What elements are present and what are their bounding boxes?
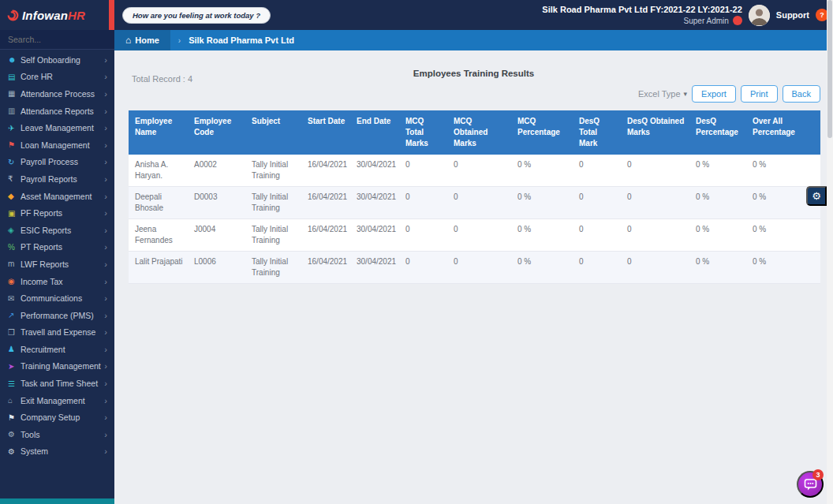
- chevron-right-icon: ›: [104, 55, 107, 65]
- table-cell: 0: [621, 155, 689, 187]
- column-header: Over All Percentage: [746, 110, 820, 155]
- chevron-right-icon: ›: [104, 157, 107, 166]
- table-cell: Tally Initial Training: [245, 252, 301, 284]
- sidebar-item-attendance-process[interactable]: ▦Attendance Process›: [0, 85, 114, 103]
- sidebar-item-label: Attendance Reports: [21, 106, 104, 116]
- sidebar-item-attendance-reports[interactable]: ▥Attendance Reports›: [0, 103, 114, 120]
- chevron-right-icon: ›: [104, 361, 107, 371]
- sidebar-item-esic-reports[interactable]: ◈ESIC Reports›: [0, 222, 114, 239]
- sidebar-item-pf-reports[interactable]: ▣PF Reports›: [0, 204, 114, 222]
- table-cell: 0: [573, 155, 621, 187]
- chat-fab[interactable]: 3: [797, 471, 824, 498]
- home-icon: ⌂: [8, 396, 21, 405]
- main-content: Total Record : 4 Employees Training Resu…: [114, 50, 833, 504]
- breadcrumb-home-link[interactable]: ⌂ Home: [114, 30, 170, 50]
- breadcrumb-current-page[interactable]: Silk Road Pharma Pvt Ltd: [189, 35, 294, 45]
- notification-badge-icon[interactable]: [733, 16, 742, 25]
- sidebar-item-core-hr[interactable]: ▤Core HR›: [0, 69, 114, 86]
- topbar: How are you feeling at work today ? Silk…: [114, 0, 833, 30]
- sidebar-item-self-onboarding[interactable]: ☻Self Onboarding›: [0, 51, 114, 69]
- sidebar-item-payroll-process[interactable]: ↻Payroll Process›: [0, 154, 114, 171]
- mood-question-button[interactable]: How are you feeling at work today ?: [122, 7, 271, 24]
- chevron-right-icon: ›: [104, 293, 107, 303]
- briefcase-icon: ▣: [8, 209, 21, 218]
- table-cell: 30/04/2021: [350, 187, 399, 219]
- sidebar-bottom-scrollbar[interactable]: [0, 498, 114, 504]
- sidebar-item-training-management[interactable]: ➤Training Management›: [0, 358, 114, 375]
- calendar-icon: ▥: [8, 106, 21, 115]
- chat-unread-badge: 3: [812, 469, 824, 480]
- sidebar-item-asset-management[interactable]: ◆Asset Management›: [0, 188, 114, 205]
- print-button[interactable]: Print: [741, 85, 778, 103]
- chevron-right-icon: ›: [104, 379, 107, 388]
- column-header: DesQ Total Mark: [573, 110, 621, 155]
- search-input[interactable]: [0, 30, 114, 50]
- app-window: InfowanHR ☻Self Onboarding›▤Core HR›▦Att…: [0, 0, 833, 504]
- column-header: Start Date: [301, 110, 350, 155]
- table-cell: Deepali Bhosale: [129, 187, 188, 219]
- support-label: Support: [776, 10, 809, 20]
- chevron-right-icon: ›: [104, 123, 107, 133]
- page-scrollbar[interactable]: [827, 0, 833, 504]
- export-button[interactable]: Export: [692, 85, 736, 103]
- table-cell: 0: [621, 187, 689, 219]
- sidebar-item-company-setup[interactable]: ⚑Company Setup›: [0, 409, 114, 426]
- table-cell: 0: [573, 252, 621, 284]
- sync-icon: ↻: [8, 158, 21, 166]
- diamond-icon: ◈: [8, 226, 21, 234]
- sidebar-item-label: Task and Time Sheet: [21, 379, 104, 388]
- column-header: DesQ Percentage: [689, 110, 746, 155]
- sidebar-item-leave-management[interactable]: ✈Leave Management›: [0, 119, 114, 136]
- sidebar-item-lwf-reports[interactable]: mLWF Reports›: [0, 256, 114, 273]
- chevron-right-icon: ›: [104, 259, 107, 269]
- lwf-icon: m: [8, 259, 21, 268]
- table-cell: 0 %: [689, 252, 746, 284]
- sidebar-item-income-tax[interactable]: ◉Income Tax›: [0, 273, 114, 290]
- table-cell: 30/04/2021: [350, 219, 399, 252]
- sidebar-item-task-and-time-sheet[interactable]: ☰Task and Time Sheet›: [0, 375, 114, 392]
- chevron-right-icon: ›: [104, 396, 107, 405]
- sidebar-item-system[interactable]: ⚙System›: [0, 443, 114, 461]
- sidebar-item-label: Attendance Process: [21, 89, 104, 99]
- chevron-right-icon: ›: [104, 277, 107, 286]
- sidebar-item-pt-reports[interactable]: %PT Reports›: [0, 239, 114, 256]
- sidebar-search: [0, 30, 114, 50]
- sidebar-item-label: Loan Management: [21, 140, 104, 150]
- table-cell: 0: [573, 187, 621, 219]
- settings-fab[interactable]: ⚙: [806, 186, 827, 206]
- table-cell: 30/04/2021: [350, 155, 399, 187]
- gear-icon: ⚙: [8, 430, 21, 439]
- sidebar-item-label: Company Setup: [21, 413, 104, 422]
- excel-type-dropdown[interactable]: Excel Type ▾: [638, 89, 687, 99]
- table-cell: 0: [447, 219, 511, 252]
- sidebar-item-payroll-reports[interactable]: ₹Payroll Reports›: [0, 170, 114, 188]
- back-button[interactable]: Back: [783, 85, 820, 103]
- scrollbar-thumb[interactable]: [827, 0, 832, 138]
- sidebar-item-label: Exit Management: [21, 396, 104, 405]
- app-logo[interactable]: InfowanHR: [0, 0, 114, 30]
- table-cell: 0 %: [511, 219, 573, 252]
- table-row: Lalit PrajapatiL0006Tally Initial Traini…: [129, 252, 820, 284]
- sidebar-item-performance-pms[interactable]: ↗Performance (PMS)›: [0, 307, 114, 324]
- user-avatar[interactable]: [749, 5, 770, 26]
- company-block: Silk Road Pharma Pvt Ltd FY:2021-22 LY:2…: [542, 4, 742, 26]
- person-icon: ☻: [8, 55, 21, 64]
- chevron-right-icon: ›: [104, 311, 107, 320]
- chevron-right-icon: ›: [104, 413, 107, 422]
- sidebar-item-communications[interactable]: ✉Communications›: [0, 289, 114, 307]
- table-cell: 0: [447, 155, 511, 187]
- table-cell: 16/04/2021: [301, 187, 350, 219]
- sidebar-item-tools[interactable]: ⚙Tools›: [0, 426, 114, 443]
- chevron-right-icon: ›: [104, 174, 107, 184]
- sidebar-item-exit-management[interactable]: ⌂Exit Management›: [0, 392, 114, 409]
- sidebar-item-travell-and-expense[interactable]: ❒Travell and Expense›: [0, 324, 114, 342]
- sidebar-item-loan-management[interactable]: ⚑Loan Management›: [0, 136, 114, 154]
- table-cell: 16/04/2021: [301, 252, 350, 284]
- column-header: MCQ Obtained Marks: [447, 110, 511, 155]
- sidebar: InfowanHR ☻Self Onboarding›▤Core HR›▦Att…: [0, 0, 114, 504]
- table-cell: 0 %: [689, 155, 746, 187]
- sidebar-item-recruitment[interactable]: ♟Recruitment›: [0, 341, 114, 358]
- gem-icon: ◆: [8, 192, 21, 200]
- person-add-icon: ♟: [8, 345, 21, 353]
- column-header: Subject: [245, 110, 301, 155]
